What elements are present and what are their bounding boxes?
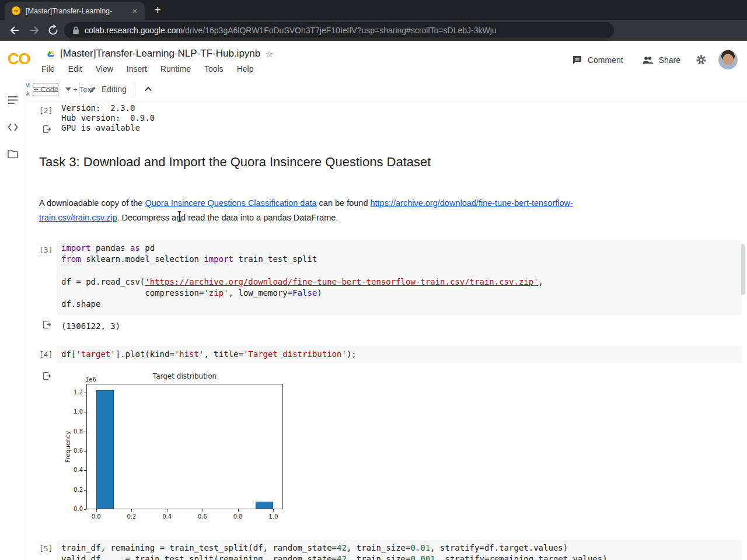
- x-tick-label: 0.6: [193, 513, 212, 520]
- x-tick-mark: [273, 509, 274, 512]
- editing-mode-button[interactable]: Editing: [102, 85, 127, 94]
- code-token: ,: [539, 277, 543, 286]
- browser-tab-strip: ∞ [Master]Transfer-Learning- × +: [0, 0, 747, 20]
- code-line: df['target'].plot(kind='hist', title='Ta…: [61, 349, 357, 360]
- notebook-title[interactable]: [Master]Transfer-Learning-NLP-TF-Hub.ipy…: [60, 48, 260, 60]
- menu-file[interactable]: File: [41, 64, 55, 74]
- y-tick-label: 0.8: [67, 428, 83, 435]
- table-of-contents-icon[interactable]: [7, 94, 19, 106]
- x-tick-mark: [96, 509, 97, 512]
- code-token: 'hist': [174, 349, 204, 359]
- code-line: df = pd.read_csv('https://archive.org/do…: [61, 276, 543, 288]
- resources-dropdown-icon[interactable]: [65, 88, 71, 91]
- paragraph-text: A downloadable copy of the: [39, 198, 145, 208]
- y-tick-mark: [84, 412, 86, 412]
- settings-gear-icon[interactable]: [696, 54, 707, 65]
- cell-3-code[interactable]: import pandas as pdfrom sklearn.model_se…: [61, 243, 543, 310]
- x-tick-mark: [131, 509, 132, 512]
- browser-tab[interactable]: ∞ [Master]Transfer-Learning- ×: [5, 2, 145, 20]
- scrollbar-thumb[interactable]: [741, 244, 745, 295]
- menu-runtime[interactable]: Runtime: [160, 64, 191, 74]
- share-button[interactable]: Share: [659, 55, 680, 65]
- x-tick-label: 0.2: [121, 513, 141, 520]
- menu-edit[interactable]: Edit: [68, 64, 82, 74]
- code-token: df.shape: [61, 299, 100, 309]
- colab-toolbar: + Code + Text RAM Disk Editing: [0, 80, 747, 100]
- url-host: colab.research.google.com: [85, 26, 183, 35]
- y-tick-label: 0.0: [67, 506, 83, 512]
- chart-scale-label: 1e6: [85, 376, 96, 383]
- menu-tools[interactable]: Tools: [204, 64, 224, 74]
- code-token: 0.001: [410, 554, 435, 560]
- y-tick-mark: [84, 451, 86, 452]
- colab-logo[interactable]: CO: [8, 50, 30, 68]
- tab-title: [Master]Transfer-Learning-: [26, 7, 124, 15]
- code-token: valid_df, _ = train_test_split(remaining…: [61, 554, 337, 560]
- lock-icon: [72, 26, 79, 34]
- code-token: , train_size=: [347, 543, 411, 552]
- add-code-button[interactable]: + Code: [34, 85, 58, 94]
- code-token: 42: [337, 554, 347, 560]
- back-icon[interactable]: [8, 24, 21, 37]
- forward-icon[interactable]: [28, 24, 41, 37]
- y-tick-mark: [84, 432, 86, 432]
- code-line: valid_df, _ = train_test_split(remaining…: [61, 554, 608, 560]
- x-tick-mark: [238, 509, 239, 512]
- y-tick-label: 0.2: [67, 487, 83, 493]
- cell-2-output: Version: 2.3.0Hub version: 0.9.0GPU is a…: [61, 103, 155, 134]
- reload-icon[interactable]: [47, 24, 60, 37]
- code-token: import: [204, 254, 233, 264]
- cell-4-execution-label[interactable]: [4]: [39, 350, 53, 359]
- comment-button[interactable]: Comment: [588, 55, 623, 65]
- address-bar[interactable]: colab.research.google.com/drive/16p3gA6l…: [64, 22, 614, 38]
- cell-3-execution-label[interactable]: [3]: [39, 246, 53, 254]
- cell-5-execution-label[interactable]: [5]: [39, 544, 53, 553]
- url-text: colab.research.google.com/drive/16p3gA6l…: [85, 26, 497, 35]
- drive-icon: [47, 50, 55, 58]
- code-token: 0.01: [410, 543, 430, 552]
- collapse-chevron-up-icon[interactable]: [144, 85, 153, 94]
- y-tick-label: 0.4: [67, 467, 83, 473]
- cell-2-execution-label[interactable]: [2]: [39, 106, 53, 115]
- files-folder-icon[interactable]: [7, 148, 19, 160]
- menu-bar: FileEditViewInsertRuntimeToolsHelp: [41, 64, 253, 74]
- code-token: False: [292, 288, 317, 298]
- code-token: 'target': [76, 349, 115, 359]
- code-snippets-icon[interactable]: [7, 121, 19, 133]
- menu-help[interactable]: Help: [237, 64, 254, 74]
- colab-favicon-icon: ∞: [12, 6, 20, 15]
- menu-insert[interactable]: Insert: [127, 64, 147, 74]
- code-token: , stratify=remaining.target.values): [435, 554, 608, 560]
- comment-icon[interactable]: [572, 55, 582, 65]
- code-token: , stratify=df.target.values): [430, 543, 568, 552]
- code-token: 42: [337, 543, 347, 552]
- section-heading: Task 3: Download and Import the Quora In…: [39, 155, 431, 170]
- new-tab-button[interactable]: +: [151, 4, 165, 18]
- y-tick-mark: [84, 393, 86, 393]
- paragraph-link[interactable]: Quora Insincere Questions Classification…: [145, 198, 316, 208]
- star-notebook-icon[interactable]: ☆: [265, 48, 273, 60]
- avatar[interactable]: [718, 50, 738, 69]
- cell-5-code[interactable]: train_df, remaining = train_test_split(d…: [61, 542, 608, 560]
- output-icon: [43, 320, 51, 329]
- shape-output: (1306122, 3): [61, 321, 120, 331]
- code-line: from sklearn.model_selection import trai…: [61, 254, 543, 265]
- code-line: compression='zip', low_memory=False): [61, 288, 543, 299]
- share-people-icon[interactable]: [642, 55, 654, 65]
- text-cursor: [177, 211, 182, 222]
- code-token: as: [130, 243, 140, 253]
- notebook-content: [2] Version: 2.3.0Hub version: 0.9.0GPU …: [26, 100, 747, 560]
- markdown-paragraph: A downloadable copy of the Quora Insince…: [39, 196, 596, 225]
- tab-close-icon[interactable]: ×: [130, 6, 140, 16]
- code-token: sklearn.model_selection: [81, 254, 204, 264]
- code-token: pandas: [91, 243, 130, 253]
- output-line: Version: 2.3.0: [61, 103, 155, 113]
- code-token: 'zip': [204, 288, 228, 298]
- add-text-button[interactable]: + Text: [73, 85, 93, 94]
- x-tick-mark: [203, 509, 203, 512]
- output-line: Hub version: 0.9.0: [61, 113, 155, 123]
- browser-toolbar: colab.research.google.com/drive/16p3gA6l…: [0, 20, 747, 41]
- menu-view[interactable]: View: [96, 64, 113, 74]
- x-tick-label: 0.4: [157, 513, 177, 520]
- cell-4-code[interactable]: df['target'].plot(kind='hist', title='Ta…: [61, 349, 357, 360]
